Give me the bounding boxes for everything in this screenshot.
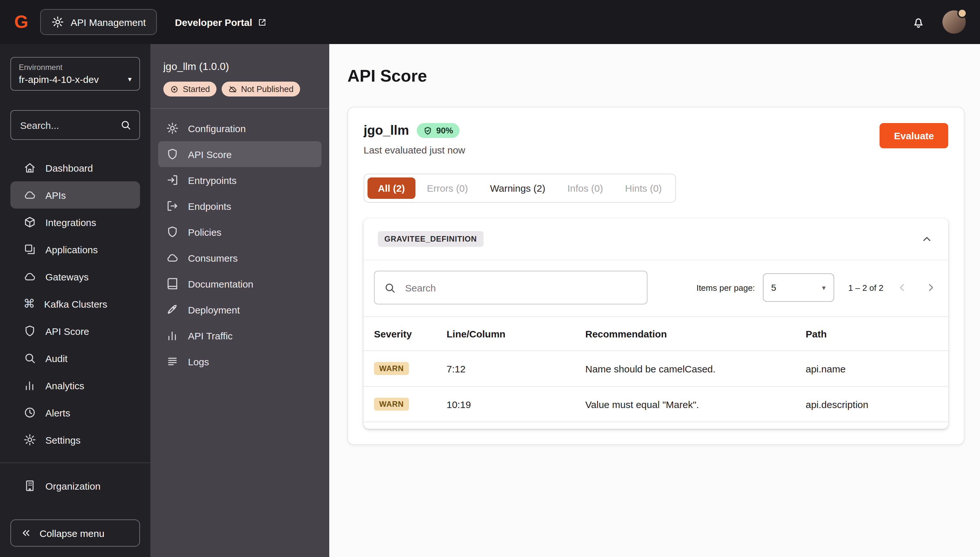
clock-icon	[23, 406, 36, 419]
tab-warnings[interactable]: Warnings (2)	[480, 178, 556, 199]
cloud-off-icon	[228, 85, 237, 94]
developer-portal-link[interactable]: Developer Portal	[175, 16, 267, 28]
table-row: WARN 7:12 Name should be camelCased. api…	[364, 350, 948, 386]
api-management-button[interactable]: API Management	[40, 9, 157, 35]
api-menu-item-api-score[interactable]: API Score	[158, 141, 322, 167]
api-menu-label: API Traffic	[188, 330, 233, 341]
notifications-bell-icon[interactable]	[911, 15, 926, 29]
sidebar-item-label: Alerts	[46, 407, 70, 418]
sidebar-item-alerts[interactable]: Alerts	[10, 399, 140, 426]
sidebar-item-label: Organization	[46, 480, 100, 491]
column-header: Line/Column	[447, 328, 585, 339]
api-menu-label: Entrypoints	[188, 174, 237, 186]
sidebar-item-gateways[interactable]: Gateways	[10, 263, 140, 290]
sidebar-item-kafka-clusters[interactable]: ⌘Kafka Clusters	[10, 290, 140, 318]
api-menu-item-policies[interactable]: Policies	[158, 219, 322, 245]
app-root: G API Management Developer Portal Enviro…	[0, 0, 980, 557]
gear-icon	[23, 433, 36, 446]
severity-badge: WARN	[374, 398, 409, 410]
table-search[interactable]	[374, 271, 647, 305]
sidebar-item-analytics[interactable]: Analytics	[10, 372, 140, 399]
sidebar-nav: Dashboard APIs Integrations Applications…	[0, 154, 150, 453]
api-menu-item-deployment[interactable]: Deployment	[158, 296, 322, 322]
chevron-down-icon: ▾	[128, 75, 132, 83]
next-page-icon[interactable]	[924, 280, 938, 295]
gear-icon	[166, 122, 179, 135]
api-menu-item-entrypoints[interactable]: Entrypoints	[158, 167, 322, 193]
shield-check-icon	[423, 126, 432, 135]
line-column-cell: 10:19	[447, 399, 585, 410]
circle-dot-icon	[170, 85, 179, 94]
sidebar-item-label: Applications	[46, 244, 98, 255]
not-published-badge: Not Published	[222, 81, 300, 96]
developer-portal-label: Developer Portal	[175, 16, 252, 28]
table-header-row: Severity Line/Column Recommendation Path	[364, 316, 948, 350]
sidebar-search-input[interactable]	[19, 119, 115, 131]
api-menu-item-endpoints[interactable]: Endpoints	[158, 193, 322, 219]
sidebar-bottom-nav: Organization	[0, 472, 150, 499]
sidebar-item-dashboard[interactable]: Dashboard	[10, 154, 140, 181]
collapse-menu-button[interactable]: Collapse menu	[10, 520, 140, 547]
table-search-input[interactable]	[404, 282, 638, 294]
api-menu-label: Consumers	[188, 252, 238, 263]
api-menu-label: Policies	[188, 226, 221, 237]
api-menu-item-configuration[interactable]: Configuration	[158, 115, 322, 141]
api-menu-label: API Score	[188, 149, 232, 160]
api-menu-item-logs[interactable]: Logs	[158, 349, 322, 375]
sidebar-item-apis[interactable]: APIs	[10, 181, 140, 208]
api-menu-item-api-traffic[interactable]: API Traffic	[158, 322, 322, 349]
environment-selector[interactable]: Environment fr-apim-4-10-x-dev ▾	[10, 57, 140, 91]
table-toolbar: Items per page: 5 ▾ 1 – 2 of 2	[364, 261, 948, 316]
copy-icon	[23, 243, 36, 256]
score-value: 90%	[436, 125, 453, 135]
sidebar-item-label: API Score	[46, 326, 89, 337]
sidebar-item-label: APIs	[46, 189, 66, 200]
gravitee-logo[interactable]: G	[14, 11, 40, 33]
severity-tabs: All (2) Errors (0) Warnings (2) Infos (0…	[364, 174, 676, 203]
home-icon	[23, 161, 36, 174]
sidebar-item-applications[interactable]: Applications	[10, 236, 140, 263]
building-icon	[23, 479, 36, 492]
main-content: API Score jgo_llm 90% Last evaluated jus…	[329, 44, 980, 557]
command-icon: ⌘	[23, 298, 35, 309]
sidebar-divider	[0, 463, 150, 463]
recommendation-cell: Value must equal "Marek".	[585, 399, 806, 410]
api-menu-item-documentation[interactable]: Documentation	[158, 271, 322, 296]
badge-label: Not Published	[241, 84, 294, 94]
evaluate-button[interactable]: Evaluate	[880, 123, 948, 148]
chevron-down-icon: ▾	[822, 283, 826, 292]
gravitee-definition-panel: GRAVITEE_DEFINITION Items per page: 5	[364, 218, 948, 429]
api-title: jgo_llm (1.0.0)	[163, 61, 316, 73]
bar-chart-icon	[23, 379, 36, 392]
items-per-page-select[interactable]: 5 ▾	[763, 273, 834, 302]
sidebar-item-audit[interactable]: Audit	[10, 345, 140, 372]
sidebar-item-label: Settings	[46, 434, 80, 445]
shield-icon	[23, 324, 36, 337]
bar-chart-icon	[166, 329, 179, 342]
paginator: Items per page: 5 ▾ 1 – 2 of 2	[696, 273, 938, 302]
sidebar-item-api-score[interactable]: API Score	[10, 318, 140, 345]
sidebar-item-label: Analytics	[46, 380, 84, 391]
panel-header[interactable]: GRAVITEE_DEFINITION	[364, 218, 948, 261]
magnifier-icon	[23, 352, 36, 365]
page-title: API Score	[348, 66, 964, 86]
user-avatar[interactable]	[942, 10, 966, 34]
arrow-into-box-icon	[166, 174, 179, 187]
arrow-out-of-box-icon	[166, 199, 179, 212]
api-menu-item-consumers[interactable]: Consumers	[158, 245, 322, 271]
column-header: Severity	[374, 328, 447, 339]
sidebar-item-settings[interactable]: Settings	[10, 426, 140, 453]
avatar-status-dot	[957, 8, 967, 18]
search-icon	[120, 119, 132, 131]
sidebar-item-organization[interactable]: Organization	[10, 472, 140, 499]
tab-all[interactable]: All (2)	[368, 178, 415, 199]
api-badges: Started Not Published	[163, 81, 316, 96]
cloud-icon	[166, 251, 179, 264]
last-evaluated-text: Last evaluated just now	[364, 145, 466, 155]
main-columns: Environment fr-apim-4-10-x-dev ▾ Dashboa…	[0, 44, 980, 557]
api-menu-label: Logs	[188, 356, 209, 367]
sidebar-search[interactable]	[10, 110, 140, 140]
chevron-up-icon[interactable]	[920, 232, 934, 246]
api-menu-label: Deployment	[188, 304, 240, 315]
sidebar-item-integrations[interactable]: Integrations	[10, 208, 140, 236]
